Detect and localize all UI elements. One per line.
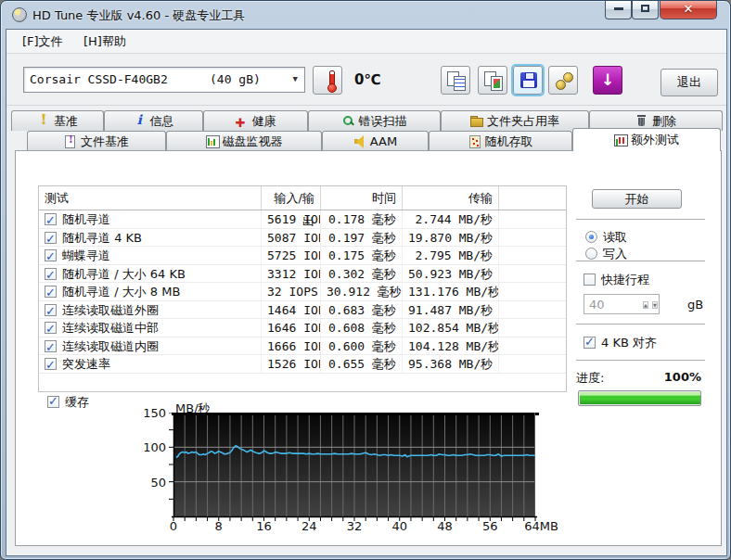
row-checkbox[interactable] xyxy=(45,249,57,261)
tab-label: 错误扫描 xyxy=(359,114,407,128)
column-header[interactable]: 输入/输出 xyxy=(262,186,321,210)
tab-health[interactable]: 健康 xyxy=(203,110,308,131)
progress-label: 进度: xyxy=(576,370,604,387)
tab-label: 随机存取 xyxy=(485,134,533,148)
update-button[interactable]: ↓ xyxy=(593,66,622,95)
empty-cell xyxy=(499,355,566,373)
cache-option[interactable]: 缓存 xyxy=(47,394,89,411)
tab-label: 额外测试 xyxy=(631,133,679,146)
tab-file-benchmark[interactable]: 文件基准 xyxy=(27,131,166,151)
table-row[interactable]: 连续读取磁道内圈1666 IOPS0.600 毫秒104.128 MB/秒 xyxy=(39,337,566,356)
row-checkbox[interactable] xyxy=(45,322,57,334)
align-label: 4 KB 对齐 xyxy=(601,336,657,350)
short-stroke-checkbox[interactable] xyxy=(584,274,596,286)
minimize-icon xyxy=(614,7,623,10)
tab-error-scan[interactable]: 错误扫描 xyxy=(308,110,441,131)
row-checkbox[interactable] xyxy=(45,232,57,244)
table-row[interactable]: 蝴蝶寻道5725 IOPS0.175 毫秒2.795 MB/秒 xyxy=(39,247,566,265)
tab-disk-monitor[interactable]: 磁盘监视器 xyxy=(166,131,322,151)
disk-monitor-icon xyxy=(206,135,218,147)
tab-label: 删除 xyxy=(652,114,676,128)
test-name: 突发速率 xyxy=(62,357,110,371)
row-checkbox[interactable] xyxy=(45,304,57,316)
capacity-unit: gB xyxy=(687,298,703,312)
table-row[interactable]: 连续读取磁道中部1646 IOPS0.608 毫秒102.854 MB/秒 xyxy=(39,319,566,337)
cache-checkbox[interactable] xyxy=(47,396,59,408)
iops-value: 1646 IOPS xyxy=(262,319,321,337)
copy-image-button[interactable] xyxy=(478,66,507,95)
test-name: 连续读取磁道外圈 xyxy=(62,303,159,317)
info-icon xyxy=(134,115,146,127)
tab-info[interactable]: 信息 xyxy=(104,110,203,131)
align-checkbox[interactable] xyxy=(584,337,596,349)
column-header[interactable]: 传输 xyxy=(403,186,499,210)
tab-extra-tests[interactable]: 额外测试 xyxy=(572,128,721,151)
empty-cell xyxy=(499,247,566,264)
menu-help[interactable]: [H]帮助 xyxy=(80,33,130,50)
table-row[interactable]: 随机寻道 4 KB5087 IOPS0.197 毫秒19.870 MB/秒 xyxy=(39,229,566,248)
empty-cell xyxy=(499,337,566,355)
row-checkbox[interactable] xyxy=(45,340,57,352)
column-header[interactable]: 测试 xyxy=(39,186,262,210)
empty-cell xyxy=(499,229,566,247)
tab-aam[interactable]: AAM xyxy=(322,131,429,151)
close-icon: ✕ xyxy=(684,2,694,16)
empty-cell xyxy=(499,283,566,300)
tab-random-access[interactable]: 随机存取 xyxy=(429,131,572,151)
read-option[interactable]: 读取 xyxy=(585,229,627,246)
y-tick-label: 100 xyxy=(135,440,166,454)
transfer-value: 2.795 MB/秒 xyxy=(403,247,499,264)
tab-benchmark[interactable]: 基准 xyxy=(11,110,104,131)
temperature-button[interactable] xyxy=(313,66,342,95)
options-icon xyxy=(555,71,573,90)
thermometer-icon xyxy=(327,70,335,92)
row-checkbox[interactable] xyxy=(45,358,57,370)
separator xyxy=(576,324,705,325)
exit-button[interactable]: 退出 xyxy=(660,69,718,96)
short-stroke-label: 快捷行程 xyxy=(601,273,649,286)
start-button[interactable]: 开始 xyxy=(592,189,682,209)
file-benchmark-icon xyxy=(64,135,76,147)
capacity-spinner[interactable]: 40 ▲ ▼ xyxy=(584,294,660,314)
drive-capacity: (40 gB) xyxy=(210,72,261,86)
tab-label: 磁盘监视器 xyxy=(223,134,283,148)
tab-folder-usage[interactable]: 文件夹占用率 xyxy=(441,110,589,131)
separator xyxy=(576,219,705,221)
iops-value: 5619 IOPS xyxy=(262,210,321,228)
save-button[interactable] xyxy=(513,66,543,95)
read-radio[interactable] xyxy=(585,231,597,243)
spin-down-button[interactable]: ▼ xyxy=(652,301,658,309)
table-row[interactable]: 随机寻道 / 大小 8 MB32 IOPS30.912 毫秒131.176 MB… xyxy=(39,283,566,301)
short-stroke-option[interactable]: 快捷行程 xyxy=(584,272,649,288)
align-option[interactable]: 4 KB 对齐 xyxy=(584,335,657,351)
title-bar[interactable]: HD Tune 专业版 v4.60 - 硬盘专业工具 ✕ xyxy=(1,1,730,29)
column-header-empty xyxy=(499,186,566,210)
row-checkbox[interactable] xyxy=(45,213,57,225)
table-row[interactable]: 随机寻道5619 IOPS0.178 毫秒2.744 MB/秒 xyxy=(39,210,566,229)
row-checkbox[interactable] xyxy=(45,268,57,280)
tab-label: AAM xyxy=(370,134,397,148)
empty-cell xyxy=(499,319,566,337)
time-value: 0.655 毫秒 xyxy=(321,355,403,373)
spin-up-button[interactable]: ▲ xyxy=(643,301,648,309)
menu-file[interactable]: [F]文件 xyxy=(19,33,67,50)
empty-cell xyxy=(499,210,566,228)
transfer-value: 95.368 MB/秒 xyxy=(403,355,499,373)
column-header[interactable]: 时间 xyxy=(321,186,403,210)
table-row[interactable]: 连续读取磁道外圈1464 IOPS0.683 毫秒91.487 MB/秒 xyxy=(39,301,566,320)
table-row[interactable]: 随机寻道 / 大小 64 KB3312 IOPS0.302 毫秒50.923 M… xyxy=(39,265,566,284)
drive-select[interactable]: Corsair CSSD-F40GB2 (40 gB) ▼ xyxy=(23,67,305,93)
test-name: 蝴蝶寻道 xyxy=(62,248,110,262)
cache-label: 缓存 xyxy=(65,395,89,409)
minimize-button[interactable] xyxy=(605,1,632,19)
options-button[interactable] xyxy=(548,66,578,95)
table-row[interactable]: 突发速率1526 IOPS0.655 毫秒95.368 MB/秒 xyxy=(39,355,566,374)
copy-text-button[interactable] xyxy=(441,66,470,95)
close-button[interactable]: ✕ xyxy=(660,1,717,19)
x-tick-label: 24 xyxy=(301,519,317,533)
write-radio[interactable] xyxy=(585,248,597,260)
temperature-value: 0℃ xyxy=(354,71,381,88)
maximize-button[interactable] xyxy=(632,1,659,19)
window-title: HD Tune 专业版 v4.60 - 硬盘专业工具 xyxy=(32,7,245,24)
row-checkbox[interactable] xyxy=(45,286,57,298)
